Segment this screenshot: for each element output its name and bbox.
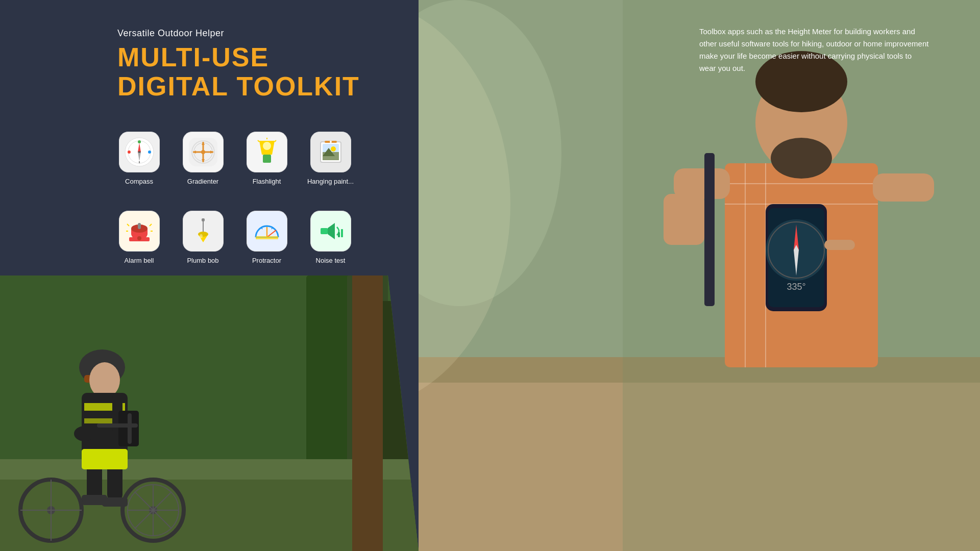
- svg-rect-20: [664, 194, 704, 245]
- svg-point-60: [263, 142, 271, 150]
- alarm-label: Alarm bell: [125, 257, 154, 264]
- svg-rect-95: [321, 228, 328, 234]
- icon-item-gradienter[interactable]: Gradienter: [174, 127, 232, 203]
- svg-point-43: [128, 151, 131, 154]
- flashlight-icon-wrapper: [247, 132, 287, 172]
- icon-item-hanging[interactable]: Hanging paint...: [301, 127, 360, 203]
- hanging-label: Hanging paint...: [307, 178, 354, 185]
- svg-point-147: [89, 362, 120, 398]
- plumb-icon: [188, 216, 218, 246]
- svg-point-79: [137, 236, 141, 240]
- plumb-icon-wrapper: [183, 211, 224, 252]
- svg-rect-29: [824, 240, 855, 250]
- icon-item-flashlight[interactable]: Flashlight: [237, 127, 296, 203]
- noise-label: Noise test: [316, 257, 346, 264]
- hanging-icon: [315, 137, 346, 167]
- noise-icon: [315, 216, 346, 246]
- svg-point-68: [330, 141, 332, 143]
- compass-icon: [124, 137, 155, 167]
- svg-point-83: [198, 232, 208, 237]
- protractor-icon: [252, 216, 282, 246]
- icon-item-noise[interactable]: Noise test: [301, 206, 360, 282]
- gradienter-label: Gradienter: [187, 178, 218, 185]
- person-illustration: 335°: [623, 0, 980, 551]
- protractor-label: Protractor: [252, 257, 281, 264]
- svg-point-41: [138, 140, 141, 143]
- description-text: Toolbox apps such as the Height Meter fo…: [699, 26, 929, 74]
- compass-label: Compass: [125, 178, 153, 185]
- svg-rect-97: [338, 232, 340, 237]
- svg-rect-30: [704, 153, 715, 306]
- svg-rect-93: [256, 236, 278, 239]
- svg-point-49: [201, 150, 205, 154]
- gradienter-icon-wrapper: [183, 132, 224, 172]
- subtitle: Versatile Outdoor Helper: [117, 28, 388, 39]
- svg-point-84: [200, 234, 203, 238]
- hanging-icon-wrapper: [310, 132, 351, 172]
- cycling-illustration: [0, 276, 419, 551]
- gradienter-icon: [188, 137, 218, 167]
- svg-rect-144: [352, 276, 383, 551]
- noise-icon-wrapper: [310, 211, 351, 252]
- svg-rect-156: [82, 449, 128, 469]
- left-panel: Versatile Outdoor Helper MULTI-USE DIGIT…: [0, 0, 419, 551]
- cycling-photo-bg: [0, 276, 419, 551]
- svg-rect-98: [341, 229, 343, 237]
- icon-item-protractor[interactable]: Protractor: [237, 206, 296, 282]
- svg-rect-85: [202, 218, 205, 221]
- icon-item-compass[interactable]: Compass: [110, 127, 168, 203]
- svg-point-65: [331, 146, 336, 152]
- main-container: 335° Versatile Outdoor Helper MULTI-USE …: [0, 0, 980, 551]
- person-photo-area: 335°: [623, 0, 980, 551]
- svg-point-42: [148, 151, 151, 154]
- alarm-icon: [124, 216, 155, 246]
- plumb-label: Plumb bob: [187, 257, 218, 264]
- svg-rect-55: [263, 155, 271, 163]
- compass-icon-wrapper: [119, 132, 160, 172]
- cycling-photo-area: [0, 276, 419, 551]
- flashlight-label: Flashlight: [253, 178, 281, 185]
- svg-point-17: [771, 138, 832, 179]
- icon-item-alarm[interactable]: Alarm bell: [110, 206, 168, 282]
- protractor-icon-wrapper: [247, 211, 287, 252]
- svg-point-153: [74, 426, 94, 441]
- svg-rect-19: [873, 173, 934, 202]
- svg-text:335°: 335°: [787, 282, 805, 292]
- icon-item-plumb[interactable]: Plumb bob: [174, 206, 232, 282]
- svg-rect-74: [138, 223, 141, 229]
- flashlight-icon: [252, 137, 282, 167]
- right-text-area: Toolbox apps such as the Height Meter fo…: [699, 26, 929, 74]
- header-area: Versatile Outdoor Helper MULTI-USE DIGIT…: [0, 0, 419, 116]
- main-title: MULTI-USE DIGITAL TOOLKIT: [117, 43, 388, 101]
- svg-rect-171: [128, 413, 132, 444]
- alarm-icon-wrapper: [119, 211, 160, 252]
